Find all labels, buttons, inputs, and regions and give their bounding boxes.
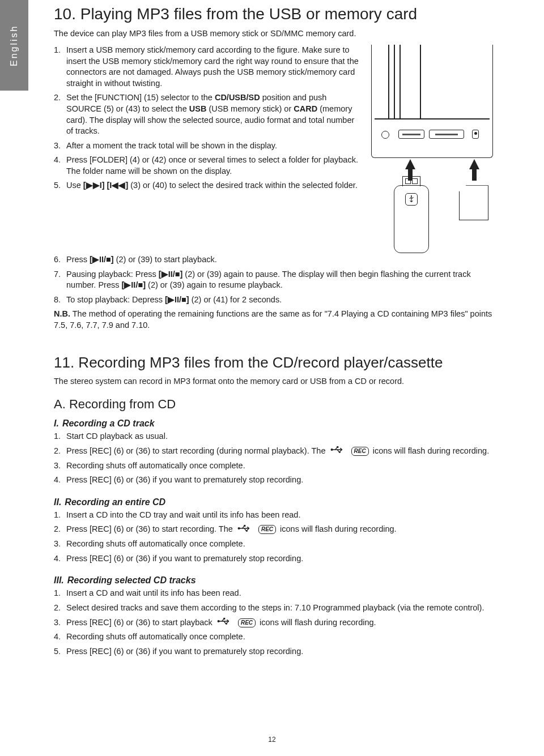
list-num: 4. xyxy=(54,631,61,643)
list-item: 4.Recording shuts off automatically once… xyxy=(54,631,493,643)
list-text: icons will flash during recording. xyxy=(278,524,397,533)
bold-text: [▶II/■] xyxy=(165,295,189,304)
svg-rect-5 xyxy=(244,525,245,527)
sub-i-title: Recording a CD track xyxy=(62,418,155,429)
list-item: 3. After a moment the track total will b… xyxy=(54,140,360,152)
sub-ii-num: II. xyxy=(54,497,61,507)
sd-card-icon xyxy=(459,185,488,220)
list-item: 1.Insert a CD and wait until its info ha… xyxy=(54,588,493,599)
list-item: 3.Recording shuts off automatically once… xyxy=(54,460,493,472)
list-num: 2. xyxy=(54,446,61,457)
list-text: (USB memory stick) or xyxy=(206,104,294,113)
list-num: 3. xyxy=(54,617,61,629)
section-10-list-narrow: 1. Insert a USB memory stick/memory card… xyxy=(54,45,360,191)
list-text: (3) or (40) to select the desired track … xyxy=(128,181,358,190)
list-item: 2.Select desired tracks and save them ac… xyxy=(54,603,493,614)
svg-point-9 xyxy=(226,623,227,625)
sub-iii-num: III. xyxy=(54,575,64,586)
list-text: Start CD playback as usual. xyxy=(66,432,168,441)
list-num: 2. xyxy=(54,92,61,104)
svg-point-0 xyxy=(411,195,412,197)
list-item: 2. Set the [FUNCTION] (15) selector to t… xyxy=(54,92,360,136)
list-text: (2) or (41) for 2 seconds. xyxy=(189,295,282,304)
nb-label: N.B. xyxy=(54,309,70,318)
bold-text: [▶▶I] [I◀◀] xyxy=(83,181,128,190)
list-num: 1. xyxy=(54,431,61,442)
svg-point-3 xyxy=(338,451,340,453)
list-text: Select desired tracks and save them acco… xyxy=(66,603,484,612)
list-text: Press [FOLDER] (4) or (42) once or sever… xyxy=(66,155,358,176)
sub-iii-title: Recording selected CD tracks xyxy=(67,575,196,586)
bold-text: USB xyxy=(189,104,207,113)
list-num: 3. xyxy=(54,539,61,550)
list-item: 7. Pausing playback: Press [▶II/■] (2) o… xyxy=(54,269,493,291)
list-item: 4.Press [REC] (6) or (36) if you want to… xyxy=(54,553,493,565)
list-num: 7. xyxy=(54,269,61,280)
list-item: 8. To stop playback: Depress [▶II/■] (2)… xyxy=(54,294,493,306)
rec-badge-icon: REC xyxy=(351,447,369,456)
list-num: 3. xyxy=(54,460,61,472)
usb-transfer-icon xyxy=(217,617,232,629)
sub-iii-list: 1.Insert a CD and wait until its info ha… xyxy=(54,588,493,657)
svg-rect-2 xyxy=(337,446,338,448)
list-item: 2.Press [REC] (6) or (36) to start recor… xyxy=(54,524,493,535)
list-num: 3. xyxy=(54,140,61,152)
section-10-intro: The device can play MP3 files from a USB… xyxy=(54,28,493,40)
list-num: 2. xyxy=(54,603,61,614)
section-10-list-wide: 6. Press [▶II/■] (2) or (39) to start pl… xyxy=(54,254,493,305)
list-num: 6. xyxy=(54,254,61,266)
list-num: 4. xyxy=(54,155,61,166)
rec-badge-icon: REC xyxy=(258,525,276,534)
list-item: 3.Press [REC] (6) or (36) to start playb… xyxy=(54,617,493,629)
list-item: 5. Use [▶▶I] [I◀◀] (3) or (40) to select… xyxy=(54,180,360,191)
list-num: 1. xyxy=(54,510,61,521)
list-text: Press [REC] (6) or (36) if you want to p… xyxy=(66,475,303,484)
usb-transfer-icon xyxy=(237,524,252,536)
nb-note: N.B. The method of operating the remaini… xyxy=(54,309,493,331)
list-num: 8. xyxy=(54,294,61,306)
section-10-title: 10. Playing MP3 files from the USB or me… xyxy=(54,5,493,24)
list-text: icons will flash during recording. xyxy=(257,618,376,627)
bold-text: CARD xyxy=(294,104,317,113)
list-text: Recording shuts off automatically once c… xyxy=(66,461,245,470)
list-text: Recording shuts off automatically once c… xyxy=(66,539,245,548)
list-num: 1. xyxy=(54,45,61,56)
list-item: 4.Press [REC] (6) or (36) if you want to… xyxy=(54,475,493,486)
list-num: 1. xyxy=(54,588,61,599)
list-text: icons will flash during recording. xyxy=(371,446,490,455)
list-num: 5. xyxy=(54,180,61,191)
usb-transfer-icon xyxy=(330,446,345,457)
page-number: 12 xyxy=(0,736,544,744)
list-item: 4. Press [FOLDER] (4) or (42) once or se… xyxy=(54,155,360,177)
sub-a-title: A. Recording from CD xyxy=(54,397,493,412)
rec-badge-icon: REC xyxy=(238,618,256,627)
list-text: Pausing playback: Press xyxy=(66,270,159,279)
list-text: Insert a CD into the CD tray and wait un… xyxy=(66,510,300,519)
sub-ii-title: Recording an entire CD xyxy=(65,497,165,507)
arrow-up-icon xyxy=(470,159,478,181)
list-text: Press [REC] (6) or (36) to start recordi… xyxy=(66,524,235,533)
list-text: Press [REC] (6) or (36) if you want to p… xyxy=(66,554,303,563)
device-figure xyxy=(371,45,493,254)
list-text: Press xyxy=(66,255,90,264)
section-11-title: 11. Recording MP3 files from the CD/reco… xyxy=(54,354,493,371)
list-text: Use xyxy=(66,181,83,190)
list-num: 4. xyxy=(54,475,61,486)
svg-rect-8 xyxy=(223,618,225,620)
list-item: 1.Start CD playback as usual. xyxy=(54,431,493,442)
sub-i-list: 1.Start CD playback as usual.2.Press [RE… xyxy=(54,431,493,486)
list-text: (2) or (39) again to resume playback. xyxy=(146,280,283,289)
list-item: 2.Press [REC] (6) or (36) to start recor… xyxy=(54,446,493,457)
list-text: Insert a USB memory stick/memory card ac… xyxy=(66,45,359,88)
nb-text: The method of operating the remaining fu… xyxy=(54,309,492,330)
list-num: 5. xyxy=(54,646,61,657)
list-item: 3.Recording shuts off automatically once… xyxy=(54,539,493,550)
list-num: 4. xyxy=(54,553,61,565)
bold-text: [▶II/■] xyxy=(159,270,183,279)
sub-i-num: I. xyxy=(54,418,59,429)
list-text: Press [REC] (6) or (36) to start playbac… xyxy=(66,618,215,627)
bold-text: CD/USB/SD xyxy=(215,93,260,102)
list-text: To stop playback: Depress xyxy=(66,295,165,304)
list-item: 6. Press [▶II/■] (2) or (39) to start pl… xyxy=(54,254,493,266)
sub-ii-list: 1.Insert a CD into the CD tray and wait … xyxy=(54,510,493,565)
